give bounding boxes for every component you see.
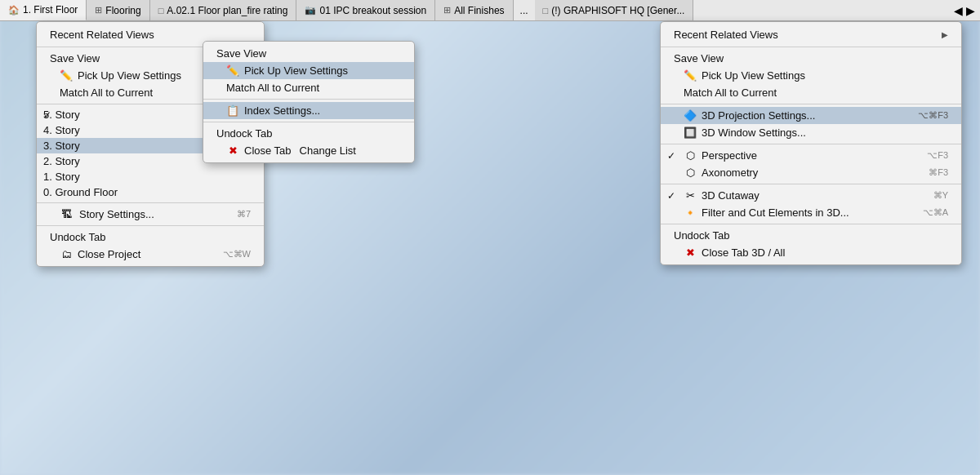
menu-window-settings[interactable]: 🔲 3D Window Settings... <box>661 124 961 141</box>
undock-tab-left-label: Undock Tab <box>50 231 105 243</box>
plan-icon: □ <box>158 6 164 16</box>
close-project-icon: 🗂 <box>60 248 73 260</box>
menu-right-3d: Recent Related Views ▶ Save View ✏️ Pick… <box>660 21 962 265</box>
tab-flooring-label: Flooring <box>105 5 140 16</box>
menu-perspective[interactable]: ✓ ⬡ Perspective ⌥F3 <box>661 147 961 164</box>
menu-story-1[interactable]: 1. Story <box>37 169 264 184</box>
sep-right-1 <box>661 104 961 104</box>
finishes-icon: ⊞ <box>443 5 451 16</box>
separator-3 <box>37 202 264 203</box>
index-settings-icon: 📋 <box>226 104 239 117</box>
pencil-mid-icon: ✏️ <box>226 64 239 77</box>
menu-pickup-settings-mid[interactable]: ✏️ Pick Up View Settings <box>203 62 414 79</box>
menu-close-project[interactable]: 🗂 Close Project ⌥⌘W <box>37 246 264 263</box>
graphisoft-icon: □ <box>543 6 549 16</box>
tab-finishes-label: All Finishes <box>454 5 504 16</box>
tab-ipc-label: 01 IPC breakout session <box>319 5 426 16</box>
menu-axonometry[interactable]: ⬡ Axonometry ⌘F3 <box>661 164 961 181</box>
pencil-right-icon: ✏️ <box>684 69 697 82</box>
axonometry-shortcut: ⌘F3 <box>929 167 948 178</box>
save-view-mid-label: Save View <box>216 47 266 60</box>
camera-icon: 📷 <box>305 5 316 16</box>
menu-close-tab-right[interactable]: ✖ Close Tab 3D / All <box>661 244 961 261</box>
change-list-label: Change List <box>300 144 356 157</box>
pickup-settings-mid-label: Pick Up View Settings <box>244 64 348 77</box>
sep-right-2 <box>661 144 961 144</box>
undock-tab-mid-label: Undock Tab <box>216 127 272 140</box>
close-tab-mid-label: Close Tab <box>244 144 292 157</box>
tab-first-floor-label: 1. First Floor <box>23 4 78 16</box>
sep-right-4 <box>661 224 961 224</box>
story-1-label: 1. Story <box>43 171 80 183</box>
projection-settings-icon: 🔷 <box>684 109 697 122</box>
close-tab-mid-icon: ✖ <box>226 144 239 157</box>
menu-cutaway-3d[interactable]: ✓ ✂ 3D Cutaway ⌘Y <box>661 187 961 204</box>
axonometry-icon: ⬡ <box>684 166 697 179</box>
menu-story-settings[interactable]: 🏗 Story Settings... ⌘7 <box>37 206 264 223</box>
projection-settings-label: 3D Projection Settings... <box>702 109 815 122</box>
sep-mid-1 <box>203 99 414 100</box>
sep-mid-2 <box>203 122 414 122</box>
tab-nav-left[interactable]: ◀ <box>954 4 963 17</box>
projection-shortcut: ⌥⌘F3 <box>918 110 948 121</box>
menu-header-right: Recent Related Views ▶ <box>661 25 961 44</box>
menu-save-view-right[interactable]: Save View <box>661 50 961 67</box>
tab-graphisoft[interactable]: □ (!) GRAPHISOFT HQ [Gener... <box>535 0 694 20</box>
index-settings-label: Index Settings... <box>244 104 320 117</box>
menu-undock-tab-mid[interactable]: Undock Tab <box>203 125 414 142</box>
tab-more[interactable]: ... <box>514 0 535 20</box>
menu-header-right-title: Recent Related Views <box>674 29 778 41</box>
story-settings-icon: 🏗 <box>60 208 73 220</box>
window-settings-label: 3D Window Settings... <box>702 127 806 139</box>
pencil-left-icon: ✏️ <box>60 69 73 82</box>
floor-icon: 🏠 <box>8 5 20 16</box>
check-story-5: ✓ <box>43 109 51 121</box>
cutaway-shortcut: ⌘Y <box>933 190 948 201</box>
menu-save-view-mid[interactable]: Save View <box>203 45 414 62</box>
menu-match-all-mid[interactable]: Match All to Current <box>203 79 414 96</box>
check-cutaway: ✓ <box>667 190 675 202</box>
tab-all-finishes[interactable]: ⊞ All Finishes <box>435 0 513 20</box>
story-settings-shortcut: ⌘7 <box>237 209 251 220</box>
undock-tab-right-label: Undock Tab <box>674 229 729 242</box>
menu-close-tab-mid[interactable]: ✖ Close Tab Change List <box>203 142 414 159</box>
close-project-shortcut: ⌥⌘W <box>223 249 251 260</box>
save-view-left-label: Save View <box>50 52 100 64</box>
tab-graphisoft-label: (!) GRAPHISOFT HQ [Gener... <box>551 5 684 16</box>
cutaway-3d-label: 3D Cutaway <box>702 189 760 202</box>
tab-navigation: ◀ ▶ <box>949 0 980 20</box>
grid-icon: ⊞ <box>95 5 102 16</box>
story-2-label: 2. Story <box>43 155 80 167</box>
story-3-label: 3. Story <box>43 140 80 152</box>
story-ground-label: 0. Ground Floor <box>43 186 118 198</box>
menu-undock-tab-right[interactable]: Undock Tab <box>661 227 961 244</box>
tab-ipc-breakout[interactable]: 📷 01 IPC breakout session <box>296 0 435 20</box>
filter-shortcut: ⌥⌘A <box>923 207 948 218</box>
submenu-arrow-icon: ▶ <box>942 30 948 39</box>
story-settings-label: Story Settings... <box>79 208 154 220</box>
menu-middle: Save View ✏️ Pick Up View Settings Match… <box>203 41 415 163</box>
close-tab-right-icon: ✖ <box>684 246 697 259</box>
save-view-right-label: Save View <box>674 52 724 64</box>
tab-bar: 🏠 1. First Floor ⊞ Flooring □ A.02.1 Flo… <box>0 0 980 21</box>
menu-index-settings[interactable]: 📋 Index Settings... <box>203 102 414 119</box>
tab-floor-plan[interactable]: □ A.02.1 Floor plan_fire rating <box>150 0 297 20</box>
cutaway-icon: ✂ <box>684 189 697 202</box>
menu-header-left-title: Recent Related Views <box>50 29 154 41</box>
tab-first-floor[interactable]: 🏠 1. First Floor <box>0 0 87 20</box>
match-all-mid-label: Match All to Current <box>226 82 319 94</box>
perspective-label: Perspective <box>702 149 757 162</box>
axonometry-label: Axonometry <box>702 166 758 179</box>
match-all-right-label: Match All to Current <box>684 87 777 99</box>
match-all-left-label: Match All to Current <box>60 87 153 99</box>
tab-flooring[interactable]: ⊞ Flooring <box>87 0 149 20</box>
menu-match-all-right[interactable]: Match All to Current <box>661 84 961 101</box>
menu-story-ground[interactable]: 0. Ground Floor <box>37 184 264 200</box>
story-4-label: 4. Story <box>43 124 80 136</box>
tab-nav-right[interactable]: ▶ <box>966 4 975 17</box>
menu-undock-tab-left[interactable]: Undock Tab <box>37 229 264 246</box>
menu-filter-cut[interactable]: 🔸 Filter and Cut Elements in 3D... ⌥⌘A <box>661 204 961 221</box>
close-tab-right-label: Close Tab 3D / All <box>702 246 785 259</box>
menu-projection-settings[interactable]: 🔷 3D Projection Settings... ⌥⌘F3 <box>661 107 961 124</box>
menu-pickup-settings-right[interactable]: ✏️ Pick Up View Settings <box>661 67 961 84</box>
